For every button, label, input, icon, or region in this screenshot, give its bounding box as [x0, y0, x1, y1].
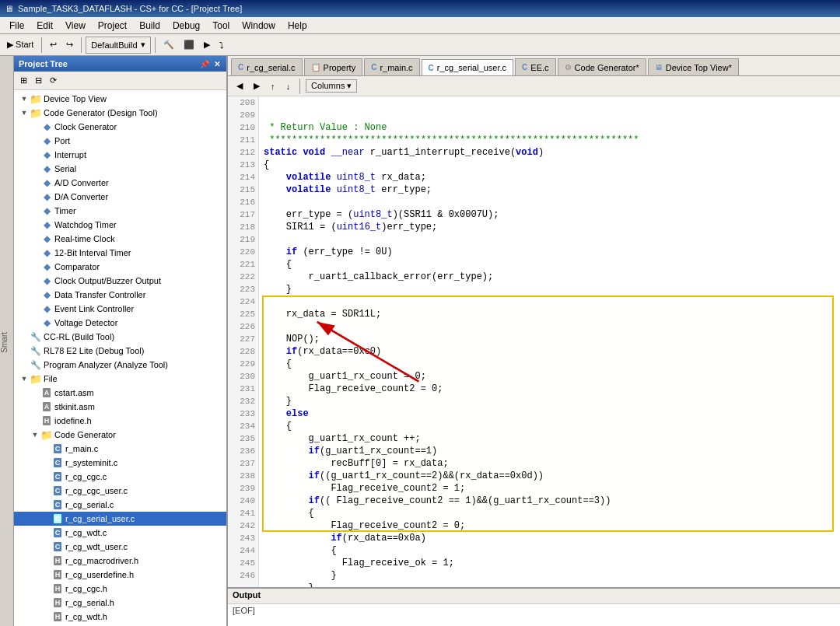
project-tree-title: Project Tree [19, 59, 68, 68]
editor-back-btn[interactable]: ◀ [233, 79, 247, 93]
editor-down-btn[interactable]: ↓ [282, 80, 295, 93]
line-num-213: 213 [231, 159, 255, 171]
editor-up-btn[interactable]: ↑ [267, 80, 279, 93]
output-title: Output [233, 590, 261, 600]
tree-item-28[interactable]: Cr_cg_cgc_user.c [14, 484, 226, 498]
tab-icon-2: 📋 [311, 63, 320, 72]
line-num-236: 236 [231, 445, 255, 457]
tree-item-24[interactable]: ▼📁Code Generator [14, 428, 226, 442]
tree-content[interactable]: ▼📁Device Top View▼📁Code Generator (Desig… [14, 90, 226, 626]
step-button[interactable]: ⤵ [215, 37, 228, 54]
columns-dropdown[interactable]: Columns ▾ [306, 79, 357, 93]
tree-item-35[interactable]: Hr_cg_cgc.h [14, 582, 226, 596]
line-num-216: 216 [231, 196, 255, 208]
tab-device-top-view[interactable]: 🖥 Device Top View* [648, 58, 739, 75]
tree-refresh[interactable]: ⟳ [47, 74, 60, 87]
tree-item-13[interactable]: ◆Clock Output/Buzzer Output [14, 274, 226, 288]
editor-forward-btn[interactable]: ▶ [250, 79, 264, 93]
tree-item-4[interactable]: ◆Interrupt [14, 148, 226, 162]
code-line-239: { [262, 507, 837, 519]
code-line-222 [262, 296, 837, 308]
line-num-218: 218 [231, 221, 255, 233]
menu-tool[interactable]: Tool [206, 19, 236, 33]
stop-button[interactable]: ⬛ [180, 37, 198, 54]
tab-ee-c[interactable]: C EE.c [515, 58, 555, 75]
tree-item-6[interactable]: ◆A/D Converter [14, 176, 226, 190]
tree-item-25[interactable]: Cr_main.c [14, 442, 226, 456]
tab-r-main-c[interactable]: C r_main.c [364, 58, 419, 75]
pin-button[interactable]: 📌 [198, 60, 211, 68]
line-num-234: 234 [231, 420, 255, 432]
tab-code-generator[interactable]: ⚙ Code Generator* [558, 58, 646, 75]
tree-item-29[interactable]: Cr_cg_serial.c [14, 498, 226, 512]
tree-item-8[interactable]: ◆Timer [14, 204, 226, 218]
line-num-214: 214 [231, 171, 255, 184]
tree-item-27[interactable]: Cr_cg_cgc.c [14, 470, 226, 484]
tree-item-19[interactable]: 🔧Program Analyzer (Analyze Tool) [14, 358, 226, 372]
code-line-236: if((g_uart1_rx_count==2)&&(rx_data==0x0d… [262, 470, 837, 482]
code-line-243: Flag_receive_ok = 1; [262, 557, 837, 569]
tree-item-22[interactable]: Astkinit.asm [14, 400, 226, 414]
tree-item-20[interactable]: ▼📁File [14, 372, 226, 386]
tree-item-3[interactable]: ◆Port [14, 134, 226, 148]
build-config-dropdown[interactable]: DefaultBuild ▾ [86, 37, 150, 54]
tree-item-17[interactable]: 🔧CC-RL (Build Tool) [14, 330, 226, 344]
tree-item-7[interactable]: ◆D/A Converter [14, 190, 226, 204]
redo-button[interactable]: ↪ [62, 37, 77, 54]
tab-r-cg-serial-c[interactable]: C r_cg_serial.c [231, 58, 303, 75]
line-num-233: 233 [231, 407, 255, 420]
code-line-214 [262, 196, 837, 208]
close-button[interactable]: ✕ [212, 60, 222, 68]
tree-item-33[interactable]: Hr_cg_macrodriver.h [14, 554, 226, 568]
code-editor[interactable]: 2082092102112122132142152162172182192202… [228, 96, 840, 587]
run-button[interactable]: ▶ [200, 37, 214, 54]
tree-item-9[interactable]: ◆Watchdog Timer [14, 218, 226, 232]
tree-item-37[interactable]: Hr_cg_wdt.h [14, 610, 226, 624]
code-line-241: if(rx_data==0x0a) [262, 532, 837, 544]
line-num-217: 217 [231, 208, 255, 221]
tree-item-34[interactable]: Hr_cg_userdefine.h [14, 568, 226, 582]
menu-build[interactable]: Build [133, 19, 166, 33]
tree-item-11[interactable]: ◆12-Bit Interval Timer [14, 246, 226, 260]
menu-view[interactable]: View [59, 19, 92, 33]
tree-item-2[interactable]: ◆Clock Generator [14, 120, 226, 134]
undo-button[interactable]: ↩ [46, 37, 61, 54]
tree-item-12[interactable]: ◆Comparator [14, 260, 226, 274]
line-num-231: 231 [231, 383, 255, 395]
menu-project[interactable]: Project [92, 19, 133, 33]
menu-edit[interactable]: Edit [30, 19, 59, 33]
menu-debug[interactable]: Debug [166, 19, 206, 33]
tree-item-23[interactable]: Hiodefine.h [14, 414, 226, 428]
start-button[interactable]: ▶ Start [3, 37, 37, 54]
tree-item-14[interactable]: ◆Data Transfer Controller [14, 288, 226, 302]
title-text: Sample_TASK3_DATAFLASH - CS+ for CC - [P… [18, 4, 242, 13]
code-line-228: g_uart1_rx_count = 0; [262, 370, 837, 383]
tree-item-18[interactable]: 🔧RL78 E2 Lite (Debug Tool) [14, 344, 226, 358]
tree-item-36[interactable]: Hr_cg_serial.h [14, 596, 226, 610]
tree-item-21[interactable]: Acstart.asm [14, 386, 226, 400]
panel-header-buttons: 📌 ✕ [198, 60, 222, 68]
tree-item-26[interactable]: Cr_systeminit.c [14, 456, 226, 470]
line-num-237: 237 [231, 457, 255, 470]
code-line-230: } [262, 395, 837, 407]
tree-collapse-all[interactable]: ⊟ [32, 74, 45, 87]
tab-property[interactable]: 📋 Property [304, 58, 363, 75]
build-button[interactable]: 🔨 [159, 37, 178, 54]
tree-item-10[interactable]: ◆Real-time Clock [14, 232, 226, 246]
tab-r-cg-serial-user-c[interactable]: C r_cg_serial_user.c [422, 59, 514, 76]
tree-item-1[interactable]: ▼📁Code Generator (Design Tool) [14, 106, 226, 120]
tree-item-30[interactable]: Cr_cg_serial_user.c [14, 512, 226, 526]
line-num-245: 245 [231, 557, 255, 569]
menu-help[interactable]: Help [282, 19, 313, 33]
tree-item-0[interactable]: ▼📁Device Top View [14, 92, 226, 106]
tree-expand-all[interactable]: ⊞ [17, 74, 30, 87]
tab-icon-4: C [429, 64, 434, 72]
tree-item-15[interactable]: ◆Event Link Controller [14, 302, 226, 316]
menu-window[interactable]: Window [236, 19, 282, 33]
tree-item-5[interactable]: ◆Serial [14, 162, 226, 176]
tree-item-32[interactable]: Cr_cg_wdt_user.c [14, 540, 226, 554]
menu-file[interactable]: File [3, 19, 30, 33]
tree-item-31[interactable]: Cr_cg_wdt.c [14, 526, 226, 540]
tree-item-16[interactable]: ◆Voltage Detector [14, 316, 226, 330]
code-area-container[interactable]: * Return Value : None ******************… [259, 96, 840, 587]
